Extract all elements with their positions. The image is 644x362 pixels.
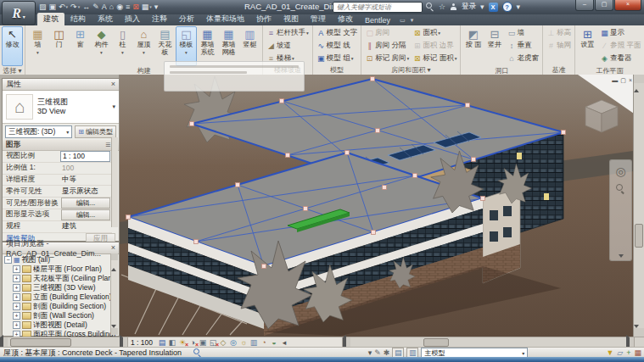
tree-item[interactable]: +三维视图 (3D View) xyxy=(4,283,119,292)
scroll-thumb[interactable] xyxy=(635,224,643,248)
ribbon-button-16[interactable]: A模型 文字 xyxy=(315,26,359,39)
property-value[interactable]: 中等 xyxy=(60,175,110,184)
ribbon-button-9[interactable]: ◱楼板▾ xyxy=(176,26,197,66)
property-value[interactable]: 1 : 100 xyxy=(60,151,110,162)
ribbon-tab-2[interactable]: 结构 xyxy=(64,13,92,25)
ribbon-tab-5[interactable]: 注释 xyxy=(146,13,173,25)
ribbon-tab-7[interactable]: 体量和场地 xyxy=(200,13,250,25)
sign-in-button[interactable] xyxy=(450,3,457,11)
navigation-bar[interactable]: ◎ xyxy=(609,159,632,261)
search-status-icon[interactable] xyxy=(193,348,202,357)
customize-qat-icon[interactable]: ▾ xyxy=(154,2,159,12)
browser-scrollbar[interactable] xyxy=(110,253,118,335)
worksets-icon[interactable]: ✱ xyxy=(384,348,390,357)
minimize-button[interactable]: – xyxy=(575,0,594,11)
reveal-hidden-icon[interactable]: ☼ xyxy=(238,338,249,348)
ribbon-button-8[interactable]: ▤天花板 xyxy=(154,26,176,66)
favorites-icon[interactable]: ☆ xyxy=(439,3,445,11)
ribbon-button-27[interactable]: ▭墙 xyxy=(505,26,540,39)
ribbon-tab-10[interactable]: 管理 xyxy=(305,13,332,25)
help-caret[interactable]: ▾ xyxy=(517,3,521,11)
expand-icon[interactable]: ◂ xyxy=(279,338,289,348)
properties-scrollbar[interactable] xyxy=(111,137,118,227)
tree-item[interactable]: +剖面 (Building Section) xyxy=(4,302,119,311)
analysis-icon[interactable]: ◒ xyxy=(269,338,279,348)
drawing-area[interactable]: ▬ ▢ × ◎ xyxy=(119,75,644,337)
temporary-view-icon[interactable]: ◔ xyxy=(259,338,269,348)
thin-lines-icon[interactable]: ≡ xyxy=(126,2,130,12)
switch-windows-icon[interactable]: ▦ xyxy=(142,2,149,12)
type-selector-caret[interactable]: ▾ xyxy=(112,103,115,110)
ribbon-button-7[interactable]: ⌂屋顶▾ xyxy=(133,26,154,66)
ribbon-options-caret[interactable]: ▾ xyxy=(411,17,414,24)
detail-level-icon[interactable]: ▤ xyxy=(157,338,167,348)
ribbon-button-17[interactable]: ∿模型 线 xyxy=(315,39,359,52)
tree-item[interactable]: +立面 (Building Elevation) xyxy=(4,292,119,302)
scroll-up-arrow[interactable] xyxy=(111,253,118,260)
scroll-down-arrow[interactable] xyxy=(111,328,118,335)
switch-windows-icon-caret[interactable]: ▾ xyxy=(149,4,152,9)
vertical-scrollbar[interactable] xyxy=(633,75,644,337)
maximize-button[interactable]: ▢ xyxy=(595,0,613,11)
expand-icon[interactable]: + xyxy=(13,303,20,310)
ribbon-button-32[interactable]: ⊞设置 xyxy=(577,26,598,66)
ribbon-button-10[interactable]: ▦幕墙 系统 xyxy=(197,26,218,66)
scroll-thumb[interactable] xyxy=(423,338,449,347)
view-restore-icon[interactable]: ▢ xyxy=(620,76,626,84)
close-button[interactable]: × xyxy=(614,0,641,11)
visual-style-icon[interactable]: ◧ xyxy=(167,338,177,348)
ribbon-button-33[interactable]: ▦显示 xyxy=(598,26,642,39)
scroll-up-arrow[interactable] xyxy=(634,75,644,83)
properties-header[interactable]: 属性 × xyxy=(3,79,119,91)
signin-caret[interactable]: ▾ xyxy=(480,3,484,11)
expand-icon[interactable]: + xyxy=(13,284,20,292)
ribbon-tab-8[interactable]: 协作 xyxy=(250,13,277,25)
search-button[interactable] xyxy=(426,3,434,11)
ribbon-tab-3[interactable]: 系统 xyxy=(92,13,119,25)
select-pinned-icon[interactable]: + xyxy=(626,348,630,357)
ribbon-button-12[interactable]: ▥竖梃 xyxy=(239,26,260,66)
ribbon-button-31[interactable]: #轴网 xyxy=(545,39,573,52)
lock-3d-view-icon[interactable]: ◇ xyxy=(218,338,228,348)
ribbon-button-5[interactable]: ◆构件▾ xyxy=(91,26,112,66)
type-selector[interactable]: ⌂ 三维视图 3D View ▾ xyxy=(3,91,119,124)
ribbon-button-18[interactable]: ▣模型 组▾ xyxy=(315,52,359,64)
ribbon-button-29[interactable]: ⌂老虎窗 xyxy=(505,52,540,64)
ribbon-button-4[interactable]: ⊞窗 xyxy=(70,26,91,66)
save-icon[interactable]: ▣ xyxy=(49,2,57,12)
exchange-apps-button[interactable]: X xyxy=(489,3,498,12)
expand-icon[interactable]: + xyxy=(13,312,20,320)
ribbon-tab-1[interactable]: 建筑 xyxy=(37,13,64,25)
crop-region-icon[interactable]: ◱ xyxy=(208,338,218,348)
property-value[interactable]: 100 xyxy=(60,164,110,173)
undo-icon[interactable]: ↶ xyxy=(59,2,65,12)
property-value[interactable]: 建筑 xyxy=(60,222,110,231)
tree-item[interactable]: +详图视图 (Detail) xyxy=(4,320,119,330)
ribbon-button-28[interactable]: ↕垂直 xyxy=(505,39,540,52)
aligned-dimension-icon[interactable]: ↔ xyxy=(82,2,90,12)
ribbon-button-35[interactable]: ◈查看器 xyxy=(598,52,642,64)
model-3d-scene[interactable] xyxy=(120,75,644,337)
ribbon-button-6[interactable]: ▯柱▾ xyxy=(112,26,133,66)
ribbon-button-24[interactable]: ⊠标记 面积▾ xyxy=(411,52,458,64)
view-close-icon[interactable]: × xyxy=(629,76,632,84)
steering-wheel-icon[interactable]: ◎ xyxy=(615,165,625,177)
view-scale-button[interactable]: 1 : 100 xyxy=(131,338,153,347)
ribbon-button-13[interactable]: ≡栏杆扶手▾ xyxy=(265,26,311,39)
expand-icon[interactable]: + xyxy=(13,293,20,301)
ribbon-tab-9[interactable]: 视图 xyxy=(277,13,305,25)
panel-label[interactable]: 模型 xyxy=(315,65,359,75)
ribbon-button-23[interactable]: ⊞面积 边界 xyxy=(411,39,458,52)
view-cube[interactable] xyxy=(585,100,618,132)
ribbon-tab-11[interactable]: 修改 xyxy=(332,13,359,25)
panel-label[interactable]: 基准 xyxy=(545,65,573,75)
instance-selector[interactable]: 三维视图: (3D)▾ xyxy=(5,125,72,138)
project-browser-close-icon[interactable]: × xyxy=(111,244,115,252)
temporary-hide-icon[interactable]: ◎ xyxy=(228,338,238,348)
expand-icon[interactable]: + xyxy=(13,321,20,329)
redo-icon[interactable]: ↷ xyxy=(70,2,77,12)
tree-root[interactable]: −▦视图 (all) xyxy=(4,255,119,265)
ribbon-tab-6[interactable]: 分析 xyxy=(173,13,200,25)
redo-icon-caret[interactable]: ▾ xyxy=(78,4,81,9)
measure-icon[interactable]: ✎ xyxy=(92,2,99,12)
